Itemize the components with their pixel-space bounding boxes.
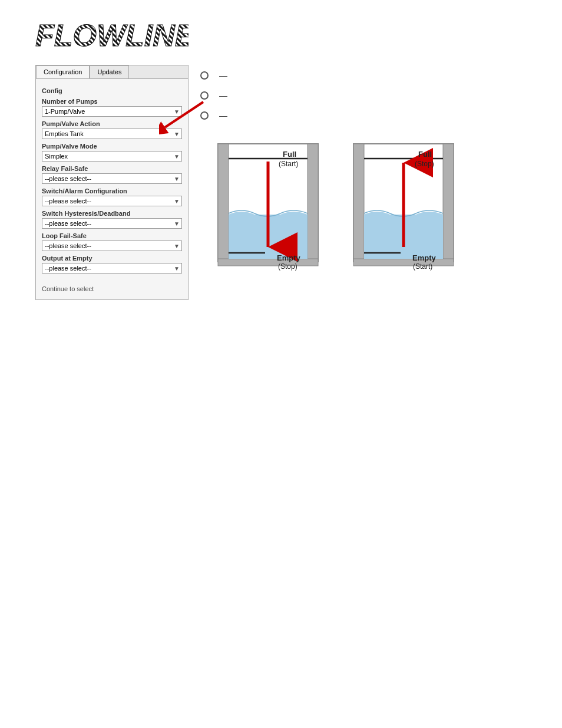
svg-rect-21 bbox=[353, 259, 454, 266]
svg-rect-19 bbox=[353, 144, 364, 262]
tank-right-svg: Full (Stop) Empty (Start) bbox=[348, 138, 459, 274]
logo: FLOWLINE bbox=[35, 18, 189, 50]
diagram-area: — — — bbox=[200, 65, 554, 274]
output-empty-select[interactable]: --please select-- bbox=[42, 263, 182, 274]
svg-text:FLOWLINE: FLOWLINE bbox=[35, 18, 189, 50]
svg-text:Empty: Empty bbox=[277, 253, 301, 262]
switch-alarm-label: Switch/Alarm Configuration bbox=[42, 187, 182, 195]
tab-updates[interactable]: Updates bbox=[90, 65, 129, 78]
config-label: Config bbox=[42, 87, 182, 94]
switch-alarm-select[interactable]: --please select-- bbox=[42, 196, 182, 206]
svg-text:(Start): (Start) bbox=[413, 262, 432, 271]
radio-dash-1: — bbox=[219, 71, 227, 80]
tabs-row: Configuration Updates bbox=[36, 65, 188, 79]
svg-rect-6 bbox=[218, 144, 229, 262]
relay-failsafe-dropdown-row: --please select-- ▼ bbox=[42, 173, 182, 184]
relay-failsafe-label: Relay Fail-Safe bbox=[42, 165, 182, 172]
svg-rect-20 bbox=[443, 144, 454, 262]
output-empty-label: Output at Empty bbox=[42, 255, 182, 262]
tanks-row: Full (Start) Empty (Stop) bbox=[212, 138, 554, 274]
relay-failsafe-select[interactable]: --please select-- bbox=[42, 173, 182, 184]
svg-text:Full: Full bbox=[283, 150, 296, 159]
switch-alarm-dropdown-row: --please select-- ▼ bbox=[42, 196, 182, 206]
radio-dash-3: — bbox=[219, 111, 227, 120]
tank-right-wrapper: Full (Stop) Empty (Start) bbox=[348, 138, 459, 274]
radio-button-2[interactable] bbox=[200, 91, 209, 100]
radio-row-2: — bbox=[200, 91, 554, 100]
switch-hysteresis-label: Switch Hysteresis/Deadband bbox=[42, 210, 182, 217]
pump-valve-mode-dropdown-row: Simplex ▼ bbox=[42, 151, 182, 162]
red-arrow-svg bbox=[159, 99, 206, 134]
radio-button-1[interactable] bbox=[200, 71, 209, 80]
output-empty-dropdown-row: --please select-- ▼ bbox=[42, 263, 182, 274]
svg-rect-8 bbox=[218, 259, 318, 266]
svg-line-4 bbox=[165, 102, 203, 127]
red-pointer-arrow bbox=[159, 99, 206, 136]
loop-failsafe-label: Loop Fail-Safe bbox=[42, 232, 182, 239]
switch-hysteresis-dropdown-row: --please select-- ▼ bbox=[42, 218, 182, 229]
radio-row-1: — bbox=[200, 71, 554, 80]
svg-text:(Stop): (Stop) bbox=[278, 262, 297, 271]
svg-text:(Start): (Start) bbox=[279, 160, 298, 168]
pump-valve-mode-select[interactable]: Simplex bbox=[42, 151, 182, 162]
svg-text:Full: Full bbox=[418, 150, 432, 159]
tank-left-wrapper: Full (Start) Empty (Stop) bbox=[212, 138, 324, 274]
continue-label: Continue to select bbox=[36, 285, 188, 292]
radio-options: — — — bbox=[200, 71, 554, 120]
radio-dash-2: — bbox=[219, 91, 227, 100]
pump-valve-mode-label: Pump/Valve Mode bbox=[42, 143, 182, 150]
switch-hysteresis-select[interactable]: --please select-- bbox=[42, 218, 182, 229]
svg-text:(Stop): (Stop) bbox=[415, 160, 434, 168]
tank-left-svg: Full (Start) Empty (Stop) bbox=[212, 138, 324, 274]
svg-text:Empty: Empty bbox=[412, 253, 437, 262]
flowline-logo: FLOWLINE bbox=[35, 18, 189, 50]
loop-failsafe-select[interactable]: --please select-- bbox=[42, 241, 182, 251]
svg-rect-7 bbox=[308, 144, 318, 262]
radio-row-3: — bbox=[200, 111, 554, 120]
loop-failsafe-dropdown-row: --please select-- ▼ bbox=[42, 241, 182, 251]
tab-configuration[interactable]: Configuration bbox=[36, 65, 90, 78]
